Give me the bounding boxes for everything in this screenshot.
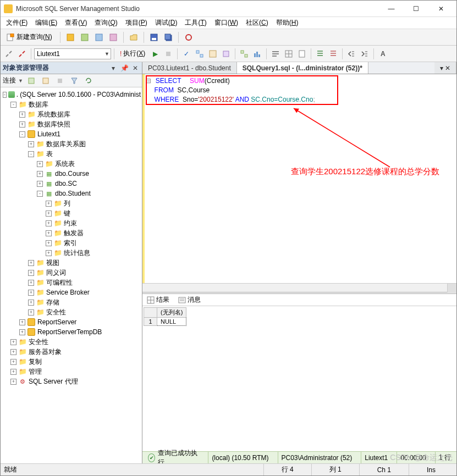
debug-icon[interactable]: ▶ xyxy=(149,48,161,60)
panel-dropdown-icon[interactable]: ▾ xyxy=(109,64,118,73)
menu-debug[interactable]: 调试(D) xyxy=(152,17,181,29)
tree-replication[interactable]: +复制 xyxy=(2,357,141,367)
tree-serverobjects[interactable]: +服务器对象 xyxy=(2,347,141,357)
result-grid[interactable]: (无列名) 1NULL xyxy=(142,306,456,451)
intellisense-icon[interactable] xyxy=(220,48,232,60)
filter-icon[interactable] xyxy=(68,75,80,87)
tree-db-liutext1[interactable]: -Liutext1 xyxy=(2,129,141,139)
query-status-bar: 查询已成功执行。 (local) (10.50 RTM) PC03\Admini… xyxy=(142,451,456,463)
tree-indexes[interactable]: +索引 xyxy=(2,238,141,248)
tree-table-student[interactable]: -dbo.Student xyxy=(2,189,141,198)
tree-systables[interactable]: +系统表 xyxy=(2,159,141,169)
tree-columns[interactable]: +列 xyxy=(2,198,141,208)
tb-saveall-icon[interactable] xyxy=(162,31,174,43)
window-buttons: — ☐ ✕ xyxy=(379,1,453,16)
resulttext-icon[interactable] xyxy=(269,48,282,60)
result-row-num[interactable]: 1 xyxy=(144,318,157,326)
tree-synonyms[interactable]: +同义词 xyxy=(2,268,141,278)
new-query-button[interactable]: 新建查询(N) xyxy=(3,31,56,43)
main-body: 对象资源管理器 ▾ 📌 ✕ 连接▼ -. (SQL Server 10.50.1… xyxy=(1,62,456,463)
refresh-icon[interactable] xyxy=(82,75,95,87)
menu-edit[interactable]: 编辑(E) xyxy=(32,17,60,29)
tb-connect-icon[interactable] xyxy=(3,48,15,60)
tab-student-table[interactable]: PC03.Liutext1 - dbo.Student xyxy=(142,62,237,74)
result-col-header[interactable]: (无列名) xyxy=(157,308,186,318)
estplan-icon[interactable] xyxy=(194,48,206,60)
increase-indent-icon[interactable] xyxy=(359,48,371,60)
tb-activity-icon[interactable] xyxy=(183,31,195,43)
object-explorer-panel: 对象资源管理器 ▾ 📌 ✕ 连接▼ -. (SQL Server 10.50.1… xyxy=(1,62,142,463)
resultfile-icon[interactable] xyxy=(296,48,308,60)
tree-table-sc[interactable]: +dbo.SC xyxy=(2,179,141,189)
tree-table-course[interactable]: +dbo.Course xyxy=(2,169,141,179)
comment-icon[interactable] xyxy=(314,48,326,60)
stop-icon[interactable] xyxy=(162,48,174,60)
connect-label[interactable]: 连接 xyxy=(3,76,16,85)
menu-file[interactable]: 文件(F) xyxy=(3,17,31,29)
panel-close-icon[interactable]: ✕ xyxy=(131,64,140,73)
editor-hscroll[interactable] xyxy=(142,283,456,292)
tree-root-security[interactable]: +安全性 xyxy=(2,337,141,347)
tree-security[interactable]: +安全性 xyxy=(2,307,141,317)
execute-button[interactable]: ! 执行(X) xyxy=(117,48,148,60)
maximize-button[interactable]: ☐ xyxy=(404,1,428,16)
resultgrid-icon[interactable] xyxy=(283,48,295,60)
disconnect-icon[interactable] xyxy=(40,75,52,87)
tree-tables[interactable]: -表 xyxy=(2,149,141,159)
tb-db2-icon[interactable] xyxy=(79,31,91,43)
tb-db3-icon[interactable] xyxy=(93,31,105,43)
result-cell[interactable]: NULL xyxy=(157,318,186,326)
panel-pin-icon[interactable]: 📌 xyxy=(120,64,129,73)
result-tab-messages[interactable]: 消息 xyxy=(176,294,203,306)
tb-save-icon[interactable] xyxy=(148,31,160,43)
svg-rect-41 xyxy=(179,297,185,303)
sql-text[interactable]: ⊟ SELECT SUM(Ccredit) FROM SC,Course WHE… xyxy=(142,74,456,107)
menu-query[interactable]: 查询(Q) xyxy=(91,17,120,29)
connect-icon[interactable] xyxy=(25,75,37,87)
tree-sqlagent[interactable]: +SQL Server 代理 xyxy=(2,377,141,386)
menu-community[interactable]: 社区(C) xyxy=(243,17,272,29)
tree-statistics[interactable]: +统计信息 xyxy=(2,248,141,258)
tb-changeconn-icon[interactable] xyxy=(16,48,28,60)
tree-db-reportservertempdb[interactable]: +ReportServerTempDB xyxy=(2,327,141,337)
tree-keys[interactable]: +键 xyxy=(2,208,141,218)
tree-storage[interactable]: +存储 xyxy=(2,297,141,307)
close-button[interactable]: ✕ xyxy=(428,1,453,16)
tree-triggers[interactable]: +触发器 xyxy=(2,228,141,238)
tree-databases[interactable]: -数据库 xyxy=(2,99,141,109)
tb-db-icon[interactable] xyxy=(64,31,76,43)
menu-help[interactable]: 帮助(H) xyxy=(273,17,302,29)
parse-icon[interactable]: ✓ xyxy=(180,48,192,60)
tree-programmability[interactable]: +可编程性 xyxy=(2,278,141,287)
queryopt-icon[interactable] xyxy=(207,48,219,60)
menu-project[interactable]: 项目(P) xyxy=(122,17,151,29)
tree-sysdb[interactable]: +系统数据库 xyxy=(2,109,141,119)
decrease-indent-icon[interactable] xyxy=(345,48,357,60)
tab-sqlquery1[interactable]: SQLQuery1.sql - (l...dministrator (52))* xyxy=(237,62,368,74)
tab-overflow-icon[interactable]: ▾ ✕ xyxy=(434,62,456,74)
stop-explorer-icon[interactable] xyxy=(54,75,66,87)
uncomment-icon[interactable] xyxy=(327,48,339,60)
object-tree[interactable]: -. (SQL Server 10.50.1600 - PC03\Adminis… xyxy=(1,87,142,463)
result-tab-grid[interactable]: 结果 xyxy=(145,294,172,306)
actplan-icon[interactable] xyxy=(238,48,250,60)
tree-dbrel[interactable]: +数据库关系图 xyxy=(2,139,141,149)
tree-dbsnap[interactable]: +数据库快照 xyxy=(2,119,141,129)
tb-db4-icon[interactable] xyxy=(107,31,119,43)
template-icon[interactable]: A xyxy=(377,48,389,60)
tree-constraints[interactable]: +约束 xyxy=(2,218,141,228)
clientstats-icon[interactable] xyxy=(251,48,263,60)
menu-view[interactable]: 查看(V) xyxy=(62,17,90,29)
tree-servicebroker[interactable]: +Service Broker xyxy=(2,287,141,297)
svg-rect-13 xyxy=(200,54,203,57)
menu-window[interactable]: 窗口(W) xyxy=(211,17,241,29)
tree-db-reportserver[interactable]: +ReportServer xyxy=(2,317,141,327)
tb-open-icon[interactable] xyxy=(128,31,140,43)
tree-server-root[interactable]: -. (SQL Server 10.50.1600 - PC03\Adminis… xyxy=(2,90,141,99)
tree-views[interactable]: +视图 xyxy=(2,258,141,268)
database-selector[interactable]: Liutext1 ▼ xyxy=(34,48,111,59)
sql-editor[interactable]: ⊟ SELECT SUM(Ccredit) FROM SC,Course WHE… xyxy=(142,74,456,283)
tree-management[interactable]: +管理 xyxy=(2,367,141,377)
menu-tools[interactable]: 工具(T) xyxy=(181,17,210,29)
minimize-button[interactable]: — xyxy=(379,1,404,16)
